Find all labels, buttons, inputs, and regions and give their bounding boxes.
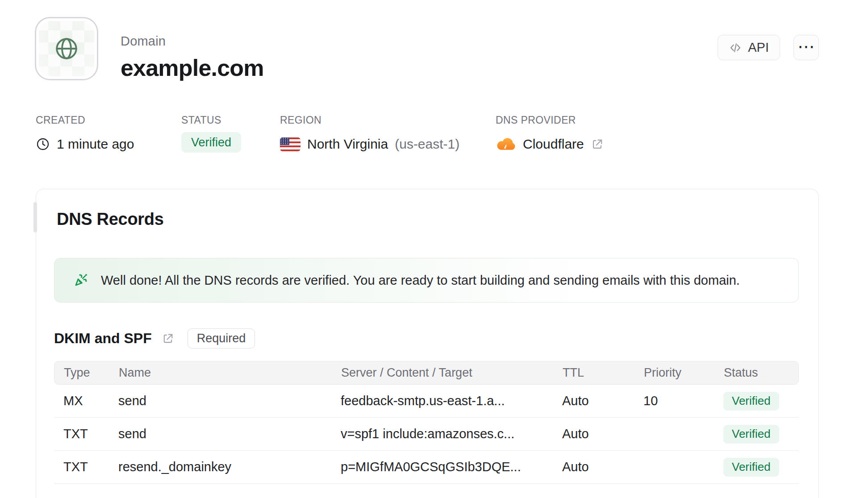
status-badge: Verified (181, 132, 241, 153)
cell-name: send (118, 394, 341, 408)
provider-value: Cloudflare (523, 137, 584, 152)
table-row: MXsendfeedback-smtp.us-east-1.a...Auto10… (54, 385, 799, 418)
status-badge: Verified (723, 458, 779, 477)
domain-detail-page: Domain example.com API ⋯ CREATED 1 minut… (0, 0, 868, 498)
cell-content: v=spf1 include:amazonses.c... (341, 427, 562, 441)
page-eyebrow: Domain (121, 34, 264, 49)
external-link-icon[interactable] (591, 138, 604, 151)
status-label: STATUS (181, 114, 241, 126)
cell-ttl: Auto (562, 427, 643, 441)
region-value: North Virginia (307, 137, 388, 152)
meta-dns-provider: DNS PROVIDER Cloudflare (496, 114, 604, 154)
col-header-type: Type (54, 366, 119, 380)
col-header-content: Server / Content / Target (341, 366, 563, 380)
us-flag-icon (280, 137, 300, 151)
cell-status: Verified (723, 392, 799, 411)
cell-type: MX (54, 394, 118, 408)
page-title: example.com (121, 54, 264, 81)
card-title: DNS Records (57, 210, 799, 228)
region-code: (us-east-1) (395, 137, 459, 152)
cell-name: send (118, 427, 341, 441)
cloudflare-cloud-icon (496, 137, 516, 151)
cell-content: feedback-smtp.us-east-1.a... (341, 394, 562, 408)
col-header-name: Name (119, 366, 341, 380)
table-body: MXsendfeedback-smtp.us-east-1.a...Auto10… (54, 385, 799, 484)
created-label: CREATED (36, 114, 134, 126)
table-row: TXTsendv=spf1 include:amazonses.c...Auto… (54, 418, 799, 451)
cell-content: p=MIGfMA0GCSqGSIb3DQE... (341, 460, 562, 474)
code-icon (729, 41, 742, 54)
col-header-status: Status (724, 366, 798, 380)
cell-type: TXT (54, 460, 118, 474)
clock-icon (36, 137, 50, 151)
cell-ttl: Auto (562, 460, 643, 474)
party-popper-icon (72, 272, 89, 289)
dkim-section-header: DKIM and SPF Required (54, 328, 799, 349)
domain-avatar (35, 17, 98, 80)
external-link-icon[interactable] (162, 332, 174, 345)
header-actions: API ⋯ (718, 35, 819, 60)
dkim-section-title: DKIM and SPF (54, 330, 152, 347)
dns-records-card: DNS Records Well done! All the DNS recor… (36, 189, 819, 498)
cell-priority: 10 (643, 394, 723, 408)
created-value: 1 minute ago (57, 137, 134, 152)
globe-icon (54, 36, 79, 62)
meta-region: REGION North Virginia (us-east-1) (280, 114, 459, 154)
provider-label: DNS PROVIDER (496, 114, 604, 126)
more-button[interactable]: ⋯ (793, 35, 819, 60)
success-banner: Well done! All the DNS records are verif… (54, 258, 799, 303)
api-button-label: API (748, 40, 769, 55)
cell-type: TXT (54, 427, 118, 441)
required-badge: Required (188, 328, 255, 349)
table-row: TXTresend._domainkeyp=MIGfMA0GCSqGSIb3DQ… (54, 451, 799, 484)
cell-name: resend._domainkey (118, 460, 341, 474)
region-label: REGION (280, 114, 459, 126)
cell-status: Verified (723, 425, 799, 444)
banner-message: Well done! All the DNS records are verif… (101, 273, 740, 288)
col-header-priority: Priority (644, 366, 724, 380)
cell-status: Verified (723, 458, 799, 477)
dns-records-table: Type Name Server / Content / Target TTL … (54, 361, 799, 484)
title-block: Domain example.com (121, 34, 264, 81)
api-button[interactable]: API (718, 35, 780, 60)
meta-status: STATUS Verified (181, 114, 241, 153)
section-accent-pill (33, 202, 37, 232)
table-header-row: Type Name Server / Content / Target TTL … (54, 361, 799, 385)
cell-ttl: Auto (562, 394, 643, 408)
meta-created: CREATED 1 minute ago (36, 114, 134, 154)
status-badge: Verified (723, 392, 779, 411)
status-badge: Verified (723, 425, 779, 444)
col-header-ttl: TTL (563, 366, 644, 380)
